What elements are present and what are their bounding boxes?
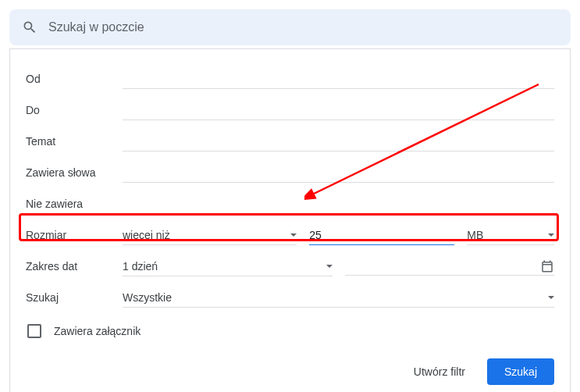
to-label: Do bbox=[26, 104, 123, 116]
row-size: Rozmiar więcej niż MB bbox=[26, 219, 554, 251]
size-unit-select[interactable]: MB bbox=[467, 226, 554, 245]
chevron-down-icon bbox=[548, 233, 554, 237]
from-label: Od bbox=[26, 73, 123, 85]
search-scope-select[interactable]: Wszystkie bbox=[123, 288, 554, 308]
has-words-input[interactable] bbox=[123, 163, 554, 183]
chevron-down-icon bbox=[326, 265, 333, 268]
date-range-label: Zakres dat bbox=[26, 260, 123, 273]
search-icon bbox=[22, 20, 37, 35]
row-date-range: Zakres dat 1 dzień bbox=[26, 251, 554, 282]
from-input[interactable] bbox=[123, 69, 554, 89]
row-has-words: Zawiera słowa bbox=[26, 157, 554, 188]
size-comparator-value: więcej niż bbox=[123, 229, 286, 241]
subject-label: Temat bbox=[26, 135, 123, 148]
row-search-scope: Szukaj Wszystkie bbox=[26, 282, 554, 313]
row-not-has: Nie zawiera bbox=[26, 188, 554, 219]
subject-input[interactable] bbox=[123, 132, 554, 151]
chevron-down-icon bbox=[548, 296, 554, 299]
advanced-search-panel: Od Do Temat Zawiera słowa Nie zawiera Ro… bbox=[9, 48, 571, 392]
row-subject: Temat bbox=[26, 126, 554, 157]
calendar-icon bbox=[540, 259, 554, 273]
has-attachment-label: Zawiera załącznik bbox=[54, 325, 141, 337]
row-to: Do bbox=[26, 94, 554, 126]
create-filter-button[interactable]: Utwórz filtr bbox=[406, 359, 473, 384]
has-attachment-checkbox[interactable] bbox=[27, 324, 41, 338]
to-input[interactable] bbox=[123, 101, 554, 120]
button-row: Utwórz filtr Szukaj bbox=[26, 358, 554, 385]
search-input[interactable] bbox=[48, 20, 558, 34]
row-from: Od bbox=[26, 63, 554, 94]
size-label: Rozmiar bbox=[26, 229, 123, 241]
search-scope-label: Szukaj bbox=[26, 291, 123, 304]
row-has-attachment: Zawiera załącznik bbox=[26, 324, 554, 338]
chevron-down-icon bbox=[290, 233, 297, 237]
search-scope-value: Wszystkie bbox=[123, 291, 543, 304]
search-button[interactable]: Szukaj bbox=[487, 358, 554, 385]
date-range-select[interactable]: 1 dzień bbox=[123, 257, 333, 276]
size-comparator-select[interactable]: więcej niż bbox=[123, 226, 297, 245]
has-words-label: Zawiera słowa bbox=[26, 166, 123, 179]
size-unit-value: MB bbox=[467, 229, 543, 241]
date-range-value: 1 dzień bbox=[123, 260, 322, 273]
not-has-label: Nie zawiera bbox=[26, 198, 123, 210]
size-value-input[interactable] bbox=[309, 226, 454, 245]
search-bar[interactable] bbox=[9, 9, 571, 45]
not-has-input[interactable] bbox=[123, 194, 554, 214]
date-picker-trigger[interactable] bbox=[345, 257, 555, 276]
